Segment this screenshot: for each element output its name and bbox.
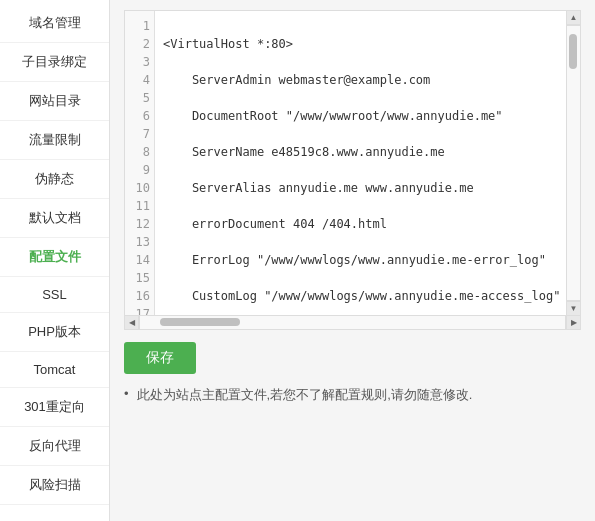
- scroll-right-arrow[interactable]: ▶: [566, 316, 580, 330]
- scroll-down-arrow[interactable]: ▼: [567, 301, 581, 315]
- save-button[interactable]: 保存: [124, 342, 196, 374]
- scroll-thumb[interactable]: [569, 34, 577, 69]
- scroll-up-arrow[interactable]: ▲: [567, 11, 581, 25]
- bullet-icon: •: [124, 386, 129, 401]
- code-line-8: CustomLog "/www/wwwlogs/www.annyudie.me-…: [163, 287, 558, 305]
- code-line-1: <VirtualHost *:80>: [163, 35, 558, 53]
- sidebar-item-default-doc[interactable]: 默认文档: [0, 199, 109, 238]
- scroll-left-arrow[interactable]: ◀: [125, 316, 139, 330]
- sidebar-item-proxy[interactable]: 反向代理: [0, 427, 109, 466]
- sidebar-item-rewrite[interactable]: 伪静态: [0, 160, 109, 199]
- code-text[interactable]: <VirtualHost *:80> ServerAdmin webmaster…: [155, 11, 566, 315]
- sidebar-item-subdir[interactable]: 子目录绑定: [0, 43, 109, 82]
- horizontal-scrollbar[interactable]: ◀ ▶: [125, 315, 580, 329]
- vertical-scrollbar[interactable]: ▲ ▼: [566, 11, 580, 315]
- line-numbers: 1 2 3 4 5 6 7 8 9 10 11 12 13 14 15 16 1: [125, 11, 155, 315]
- code-line-7: ErrorLog "/www/wwwlogs/www.annyudie.me-e…: [163, 251, 558, 269]
- code-editor[interactable]: 1 2 3 4 5 6 7 8 9 10 11 12 13 14 15 16 1: [124, 10, 581, 330]
- sidebar-item-traffic[interactable]: 流量限制: [0, 121, 109, 160]
- code-line-6: errorDocument 404 /404.html: [163, 215, 558, 233]
- scroll-x-track[interactable]: [139, 316, 566, 329]
- code-line-3: DocumentRoot "/www/wwwroot/www.annyudie.…: [163, 107, 558, 125]
- sidebar-item-config[interactable]: 配置文件: [0, 238, 109, 277]
- sidebar-item-tomcat[interactable]: Tomcat: [0, 352, 109, 388]
- note-section: • 此处为站点主配置文件,若您不了解配置规则,请勿随意修改.: [124, 386, 581, 404]
- sidebar-item-php[interactable]: PHP版本: [0, 313, 109, 352]
- sidebar-item-301[interactable]: 301重定向: [0, 388, 109, 427]
- sidebar-item-ssl[interactable]: SSL: [0, 277, 109, 313]
- note-text: 此处为站点主配置文件,若您不了解配置规则,请勿随意修改.: [137, 386, 473, 404]
- sidebar-item-scan[interactable]: 风险扫描: [0, 466, 109, 505]
- code-line-5: ServerAlias annyudie.me www.annyudie.me: [163, 179, 558, 197]
- code-line-2: ServerAdmin webmaster@example.com: [163, 71, 558, 89]
- sidebar-item-webdir[interactable]: 网站目录: [0, 82, 109, 121]
- sidebar: 域名管理 子目录绑定 网站目录 流量限制 伪静态 默认文档 配置文件 SSL P…: [0, 0, 110, 521]
- code-line-4: ServerName e48519c8.www.annyudie.me: [163, 143, 558, 161]
- main-content: 1 2 3 4 5 6 7 8 9 10 11 12 13 14 15 16 1: [110, 0, 595, 521]
- code-body: 1 2 3 4 5 6 7 8 9 10 11 12 13 14 15 16 1: [125, 11, 580, 315]
- code-wrapper: 1 2 3 4 5 6 7 8 9 10 11 12 13 14 15 16 1: [125, 11, 580, 329]
- sidebar-item-domain[interactable]: 域名管理: [0, 4, 109, 43]
- scroll-track[interactable]: [567, 25, 580, 301]
- scroll-x-thumb[interactable]: [160, 318, 240, 326]
